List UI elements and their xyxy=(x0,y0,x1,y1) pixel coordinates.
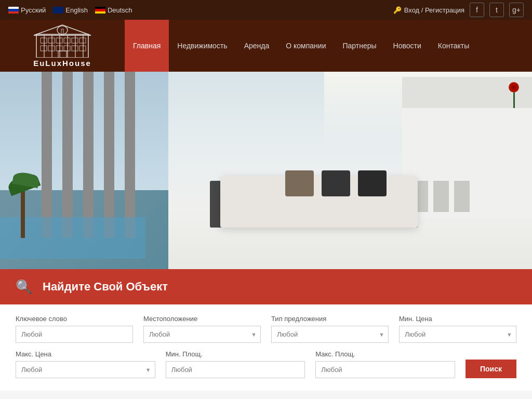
login-link[interactable]: 🔑 Вход / Регистрация xyxy=(393,6,464,14)
door-frame-1 xyxy=(42,72,52,238)
svg-rect-11 xyxy=(64,38,70,43)
door-frame-2 xyxy=(62,72,73,238)
min-area-input[interactable] xyxy=(166,361,305,378)
flower-head-1 xyxy=(509,82,519,92)
kitchen-area xyxy=(402,77,532,217)
svg-rect-14 xyxy=(41,46,47,51)
sofa-seat xyxy=(220,176,418,228)
top-bar-right: 🔑 Вход / Регистрация f t g+ xyxy=(393,3,524,17)
svg-rect-18 xyxy=(72,46,78,51)
beige-pillow xyxy=(285,170,314,196)
flag-en-icon xyxy=(53,7,63,14)
min-area-label: Мин. Площ. xyxy=(166,350,305,358)
door-frame-5 xyxy=(125,72,135,238)
hero-image xyxy=(0,72,532,269)
door-frame-3 xyxy=(83,72,94,238)
max-price-group: Макс. Цена ▼ xyxy=(16,350,155,378)
lang-de-label: Deutsch xyxy=(108,6,132,14)
nav-rent[interactable]: Аренда xyxy=(236,20,278,72)
language-switcher: Русский English Deutsch xyxy=(8,6,132,14)
nav-partners[interactable]: Партнеры xyxy=(334,20,384,72)
location-group: Местоположение ▼ xyxy=(143,315,261,343)
lang-en-label: English xyxy=(65,6,88,14)
header: EuLuxHouse Главная Недвижимость Аренда О… xyxy=(0,20,532,72)
lang-ru-label: Русский xyxy=(21,6,46,14)
svg-rect-12 xyxy=(72,38,78,43)
dark-pillow-2 xyxy=(322,170,350,196)
room-left xyxy=(0,72,177,269)
search-form: Ключевое слово Местоположение ▼ Тип пред… xyxy=(0,304,532,391)
search-banner-title: Найдите Свой Объект xyxy=(43,280,168,294)
flag-de-icon xyxy=(95,7,105,14)
type-select[interactable] xyxy=(271,326,389,343)
stool-3 xyxy=(454,181,470,212)
stool-2 xyxy=(433,181,449,212)
svg-marker-1 xyxy=(34,25,91,35)
flag-ru-icon xyxy=(8,7,19,14)
type-label: Тип предложения xyxy=(271,315,389,323)
min-price-label: Мин. Цена xyxy=(399,315,516,323)
svg-rect-17 xyxy=(64,46,70,51)
svg-rect-16 xyxy=(56,46,62,51)
nav-news[interactable]: Новости xyxy=(385,20,430,72)
facebook-icon[interactable]: f xyxy=(470,3,484,17)
room-scene xyxy=(0,72,532,269)
svg-rect-8 xyxy=(41,38,47,43)
max-price-select-wrap: ▼ xyxy=(16,361,155,378)
dark-pillow-1 xyxy=(358,170,387,196)
search-button[interactable]: Поиск xyxy=(466,360,516,378)
top-bar: Русский English Deutsch 🔑 Вход / Регистр… xyxy=(0,0,532,20)
max-area-label: Макс. Площ. xyxy=(315,350,455,358)
svg-rect-15 xyxy=(48,46,55,51)
lang-ru[interactable]: Русский xyxy=(8,6,46,14)
keyword-input[interactable] xyxy=(16,326,133,343)
twitter-icon[interactable]: t xyxy=(489,3,504,17)
keyword-group: Ключевое слово xyxy=(16,315,133,343)
lang-en[interactable]: English xyxy=(53,6,88,14)
door-frame-4 xyxy=(104,72,114,238)
search-row-2: Макс. Цена ▼ Мин. Площ. Макс. Площ. Поис… xyxy=(16,350,516,378)
logo[interactable]: EuLuxHouse xyxy=(10,24,114,68)
location-label: Местоположение xyxy=(143,315,261,323)
living-room xyxy=(168,72,532,269)
nav-home[interactable]: Главная xyxy=(125,20,169,72)
login-icon: 🔑 xyxy=(393,6,402,14)
logo-building-icon xyxy=(31,24,94,58)
nav-about[interactable]: О компании xyxy=(277,20,334,72)
flower-vase xyxy=(506,82,522,108)
svg-point-21 xyxy=(57,26,68,34)
type-group: Тип предложения ▼ xyxy=(271,315,389,343)
login-label: Вход / Регистрация xyxy=(404,6,464,14)
svg-rect-19 xyxy=(79,46,86,51)
location-select[interactable] xyxy=(143,326,261,343)
logo-text: EuLuxHouse xyxy=(33,59,91,68)
search-banner-icon: 🔍 xyxy=(16,279,32,295)
max-price-label: Макс. Цена xyxy=(16,350,155,358)
keyword-label: Ключевое слово xyxy=(16,315,133,323)
svg-rect-13 xyxy=(79,38,86,43)
min-area-group: Мин. Площ. xyxy=(166,350,305,378)
lang-de[interactable]: Deutsch xyxy=(95,6,132,14)
max-price-select[interactable] xyxy=(16,361,155,378)
palm-trunk xyxy=(21,186,25,238)
svg-rect-10 xyxy=(56,38,62,43)
search-btn-wrap: Поиск xyxy=(466,360,516,378)
googleplus-icon[interactable]: g+ xyxy=(509,3,524,17)
type-select-wrap: ▼ xyxy=(271,326,389,343)
nav-realty[interactable]: Недвижимость xyxy=(169,20,235,72)
min-price-group: Мин. Цена ▼ xyxy=(399,315,516,343)
main-nav: Главная Недвижимость Аренда О компании П… xyxy=(114,20,522,72)
max-area-input[interactable] xyxy=(315,361,455,378)
search-row-1: Ключевое слово Местоположение ▼ Тип пред… xyxy=(16,315,516,343)
min-price-select-wrap: ▼ xyxy=(399,326,516,343)
max-area-group: Макс. Площ. xyxy=(315,350,455,378)
min-price-select[interactable] xyxy=(399,326,516,343)
svg-rect-9 xyxy=(48,38,55,43)
nav-contacts[interactable]: Контакты xyxy=(430,20,477,72)
flower-stem-main xyxy=(513,92,515,108)
search-banner: 🔍 Найдите Свой Объект xyxy=(0,269,532,304)
location-select-wrap: ▼ xyxy=(143,326,261,343)
